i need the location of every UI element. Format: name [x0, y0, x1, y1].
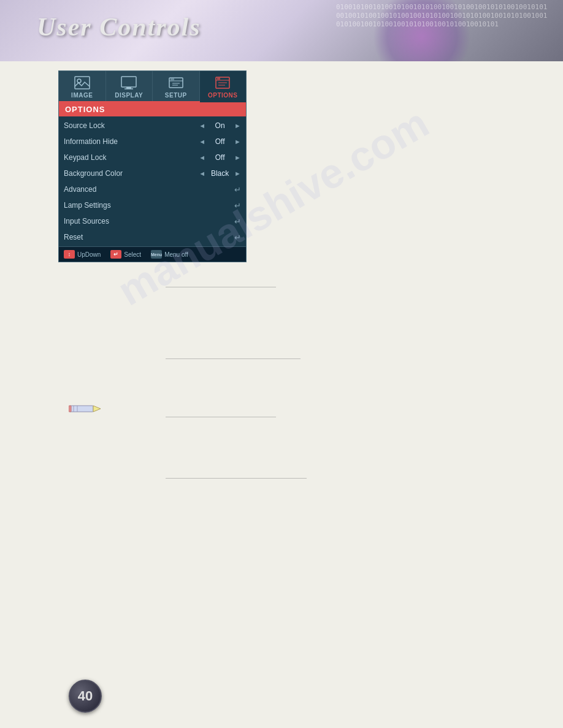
content-line-3 [166, 417, 276, 417]
menu-footer: ↕ UpDown ↵ Select Menu Menu off [59, 246, 246, 262]
source-lock-label: Source Lock [64, 121, 199, 130]
content-line-1 [166, 287, 276, 287]
reset-label: Reset [64, 233, 232, 241]
keypad-lock-label: Keypad Lock [64, 153, 199, 162]
row-lamp-settings: Lamp Settings ↵ [59, 197, 246, 213]
menu-off-icon: Menu [151, 250, 162, 259]
tab-display[interactable]: DISPLAY [106, 71, 153, 101]
keypad-lock-value: Off [209, 153, 231, 162]
background-color-arrow-left[interactable]: ◄ [199, 170, 205, 177]
svg-rect-14 [217, 78, 220, 80]
tab-setup-label: SETUP [165, 92, 187, 99]
select-icon: ↵ [110, 250, 121, 259]
input-sources-enter[interactable]: ↵ [234, 217, 241, 226]
svg-rect-2 [121, 77, 136, 87]
setup-tab-icon [167, 75, 185, 91]
footer-updown: ↕ UpDown [64, 250, 101, 259]
svg-marker-16 [93, 406, 101, 412]
information-hide-value: Off [209, 137, 231, 146]
menu-container: IMAGE DISPLAY [58, 70, 247, 262]
svg-rect-17 [69, 406, 71, 412]
svg-point-1 [77, 79, 81, 83]
binary-pattern: 0100101001010010100101010010010100100101… [336, 3, 551, 58]
keypad-lock-arrow-right[interactable]: ► [234, 154, 241, 161]
page-title: User Controls [37, 12, 201, 42]
row-keypad-lock: Keypad Lock ◄ Off ► [59, 150, 246, 165]
tab-display-label: DISPLAY [115, 92, 143, 99]
lamp-settings-enter[interactable]: ↵ [234, 201, 241, 210]
advanced-label: Advanced [64, 185, 232, 194]
content-line-2 [166, 358, 301, 359]
input-sources-label: Input Sources [64, 217, 232, 226]
information-hide-arrow-right[interactable]: ► [234, 138, 241, 145]
select-label: Select [124, 251, 141, 258]
options-tab-icon [213, 75, 232, 91]
advanced-enter[interactable]: ↵ [234, 185, 241, 194]
section-title: OPTIONS [65, 105, 105, 114]
page-number: 40 [69, 680, 102, 713]
footer-menu-off: Menu Menu off [151, 250, 188, 259]
display-tab-icon [120, 75, 138, 91]
tab-options[interactable]: OPTIONS [200, 71, 247, 102]
information-hide-label: Information Hide [64, 137, 199, 146]
row-input-sources: Input Sources ↵ [59, 213, 246, 229]
row-advanced: Advanced ↵ [59, 181, 246, 197]
row-information-hide: Information Hide ◄ Off ► [59, 134, 246, 150]
pencil-icon [69, 398, 104, 418]
source-lock-value: On [209, 121, 231, 130]
menu-rows: Source Lock ◄ On ► Information Hide ◄ Of… [59, 116, 246, 246]
tab-options-label: OPTIONS [208, 92, 238, 99]
menu-off-label: Menu off [164, 251, 188, 258]
pencil-icon-container [69, 398, 104, 418]
header-banner: 0100101001010010100101010010010100100101… [0, 0, 563, 61]
row-background-color: Background Color ◄ Black ► [59, 165, 246, 181]
information-hide-arrow-left[interactable]: ◄ [199, 138, 205, 145]
tab-setup[interactable]: SETUP [153, 71, 200, 101]
source-lock-arrow-right[interactable]: ► [234, 122, 241, 129]
background-color-arrow-right[interactable]: ► [234, 170, 241, 177]
updown-label: UpDown [77, 251, 101, 258]
background-color-label: Background Color [64, 169, 199, 178]
tab-image-label: IMAGE [71, 92, 93, 99]
keypad-lock-arrow-left[interactable]: ◄ [199, 154, 205, 161]
tab-image[interactable]: IMAGE [59, 71, 106, 101]
row-source-lock: Source Lock ◄ On ► [59, 118, 246, 134]
svg-rect-9 [170, 78, 174, 80]
row-reset: Reset ↵ [59, 229, 246, 245]
tab-bar: IMAGE DISPLAY [59, 71, 246, 102]
section-header: OPTIONS [59, 102, 246, 116]
svg-rect-0 [75, 77, 90, 89]
content-line-4 [166, 478, 307, 479]
updown-icon: ↕ [64, 250, 75, 259]
reset-enter[interactable]: ↵ [234, 233, 241, 242]
background-color-value: Black [209, 169, 231, 178]
image-tab-icon [73, 75, 91, 91]
source-lock-arrow-left[interactable]: ◄ [199, 122, 205, 129]
lamp-settings-label: Lamp Settings [64, 201, 232, 210]
footer-select: ↵ Select [110, 250, 141, 259]
